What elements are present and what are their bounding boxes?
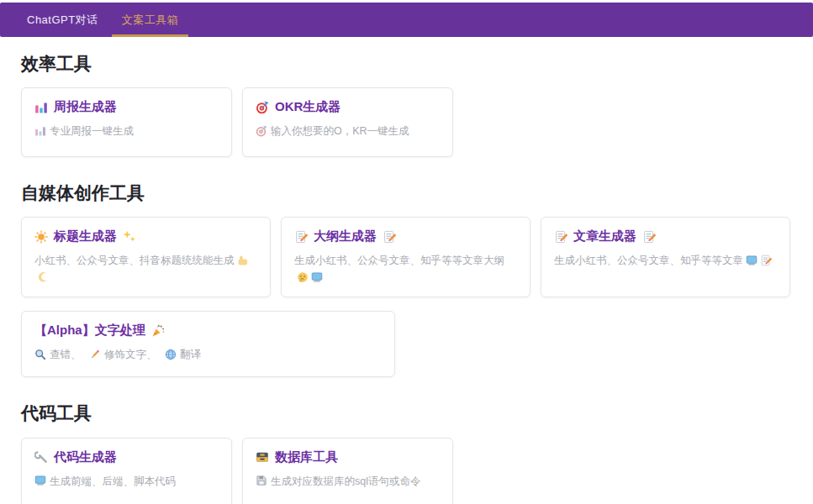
card-description: 生成对应数据库的sql语句或命令 xyxy=(256,473,440,490)
card-desc-text: 生成前端、后端、脚本代码 xyxy=(50,475,176,487)
card-code-generator[interactable]: 代码生成器 生成前端、后端、脚本代码 xyxy=(21,438,232,504)
tab-copywriting-toolbox[interactable]: 文案工具箱 xyxy=(110,3,191,37)
card-alpha-text-processing[interactable]: 【Alpha】文字处理 查错、 修饰文字、 翻译 xyxy=(21,311,395,377)
card-title: 文章生成器 xyxy=(573,228,636,244)
magnifier-icon xyxy=(34,349,46,360)
card-description: 生成小红书、公众号文章、知乎等等文章大纲 xyxy=(294,252,517,286)
card-desc-text: 翻译 xyxy=(180,349,201,360)
pencil-icon xyxy=(89,349,101,360)
card-title-generator[interactable]: 标题生成器 小红书、公众号文章、抖音标题统统能生成 xyxy=(21,217,271,297)
card-title: 代码生成器 xyxy=(54,449,117,465)
card-desc-text: 专业周报一键生成 xyxy=(50,125,134,137)
tab-label: 文案工具箱 xyxy=(122,13,179,28)
card-row: 代码生成器 生成前端、后端、脚本代码 数据库工具 生成对应数据库的sql语句或命… xyxy=(21,438,796,504)
memo-icon xyxy=(554,230,568,244)
card-description: 生成小红书、公众号文章、知乎等等文章 xyxy=(554,252,777,269)
thinking-face-icon xyxy=(297,271,309,283)
card-description: 生成前端、后端、脚本代码 xyxy=(34,473,219,490)
sparkles-icon xyxy=(123,230,136,244)
card-outline-generator[interactable]: 大纲生成器 生成小红书、公众号文章、知乎等等文章大纲 xyxy=(281,217,531,297)
thumbs-up-icon xyxy=(237,255,249,266)
memo-icon xyxy=(642,230,656,244)
card-description: 专业周报一键生成 xyxy=(34,123,219,139)
memo-icon xyxy=(294,230,308,244)
section-heading: 效率工具 xyxy=(21,53,796,74)
card-title: OKR生成器 xyxy=(275,99,341,115)
card-title: 标题生成器 xyxy=(54,228,117,244)
section-heading: 自媒体创作工具 xyxy=(21,182,796,203)
card-row: 标题生成器 小红书、公众号文章、抖音标题统统能生成 大纲生成器 生成小红书、公众 xyxy=(21,217,796,297)
tab-label: ChatGPT对话 xyxy=(27,13,98,28)
card-row: 周报生成器 专业周报一键生成 OKR生成器 输入你想要的O，KR一键生成 xyxy=(21,87,796,157)
card-desc-text: 输入你想要的O，KR一键生成 xyxy=(271,125,409,137)
app-window: ChatGPT对话 文案工具箱 效率工具 周报生成器 专业周报一键生成 xyxy=(0,0,813,504)
card-description: 查错、 修饰文字、 翻译 xyxy=(34,346,382,363)
card-desc-text: 生成小红书、公众号文章、知乎等等文章 xyxy=(554,255,743,266)
section-heading: 代码工具 xyxy=(21,402,796,423)
section-self-media-tools: 自媒体创作工具 标题生成器 小红书、公众号文章、抖音标题统统能生成 xyxy=(21,182,796,377)
card-database-tool[interactable]: 数据库工具 生成对应数据库的sql语句或命令 xyxy=(242,438,453,504)
card-title: 数据库工具 xyxy=(275,449,338,465)
bar-chart-icon xyxy=(34,125,46,137)
sun-icon xyxy=(34,230,48,244)
memo-icon xyxy=(383,230,396,244)
memo-icon xyxy=(760,255,772,266)
wrench-icon xyxy=(34,450,48,464)
tab-chatgpt-chat[interactable]: ChatGPT对话 xyxy=(15,3,110,37)
card-desc-text: 生成小红书、公众号文章、知乎等等文章大纲 xyxy=(294,255,504,266)
crescent-moon-icon xyxy=(37,271,49,283)
target-icon xyxy=(256,125,267,137)
card-desc-text: 修饰文字、 xyxy=(104,349,157,360)
bar-chart-icon xyxy=(34,101,48,114)
card-title: 大纲生成器 xyxy=(314,228,377,244)
card-desc-text: 生成对应数据库的sql语句或命令 xyxy=(271,475,420,487)
computer-icon xyxy=(746,255,758,266)
card-row: 【Alpha】文字处理 查错、 修饰文字、 翻译 xyxy=(21,311,796,377)
section-efficiency-tools: 效率工具 周报生成器 专业周报一键生成 OKR生成器 xyxy=(21,53,796,157)
main-content: 效率工具 周报生成器 专业周报一键生成 OKR生成器 xyxy=(0,53,813,504)
card-desc-text: 小红书、公众号文章、抖音标题统统能生成 xyxy=(34,255,235,266)
card-weekly-report-generator[interactable]: 周报生成器 专业周报一键生成 xyxy=(21,87,232,157)
floppy-disk-icon xyxy=(256,475,267,486)
section-code-tools: 代码工具 代码生成器 生成前端、后端、脚本代码 数据库工具 xyxy=(21,402,796,504)
party-popper-icon xyxy=(151,324,165,338)
card-title: 周报生成器 xyxy=(54,99,117,115)
database-box-icon xyxy=(256,450,269,464)
globe-icon xyxy=(165,349,177,360)
target-icon xyxy=(256,101,269,114)
computer-icon xyxy=(311,271,323,283)
card-description: 小红书、公众号文章、抖音标题统统能生成 xyxy=(34,252,257,286)
card-description: 输入你想要的O，KR一键生成 xyxy=(256,123,440,139)
card-title: 【Alpha】文字处理 xyxy=(34,323,145,339)
card-okr-generator[interactable]: OKR生成器 输入你想要的O，KR一键生成 xyxy=(242,87,453,157)
card-article-generator[interactable]: 文章生成器 生成小红书、公众号文章、知乎等等文章 xyxy=(541,217,790,297)
card-desc-text: 查错、 xyxy=(50,349,82,360)
computer-icon xyxy=(34,475,46,486)
tab-bar: ChatGPT对话 文案工具箱 xyxy=(0,3,813,37)
